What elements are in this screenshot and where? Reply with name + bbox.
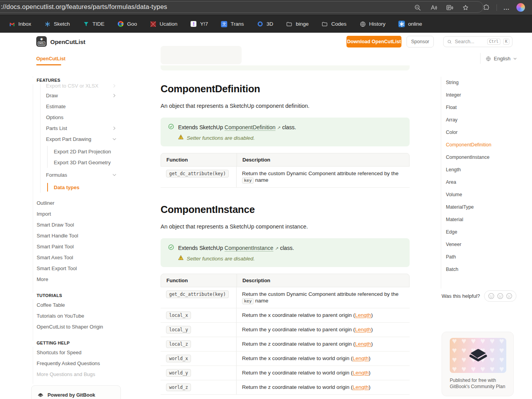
sidebar-item-more-questions-and-bugs[interactable]: More Questions and Bugs [31, 369, 121, 380]
language-divider [480, 53, 481, 64]
sidebar-item-label: Estimate [46, 104, 66, 109]
knot-blue-icon [44, 21, 51, 27]
toc-item-materialtype[interactable]: MaterialType [446, 205, 515, 210]
toc-item-integer[interactable]: Integer [446, 93, 515, 98]
sidebar-item-export-2d-part-projection[interactable]: Export 2D Part Projection [48, 146, 121, 157]
sidebar-item-tutorials-on-youtube[interactable]: Tutorials on YouTube [31, 310, 121, 321]
sidebar-section-title: TUTORIALS [31, 293, 121, 299]
length-type-link[interactable]: Length [353, 355, 369, 361]
bookmark-goo[interactable]: Goo [117, 21, 137, 27]
extensions-icon[interactable] [483, 4, 490, 11]
toc-item-float[interactable]: Float [446, 105, 515, 110]
more-menu-button[interactable]: ... [504, 4, 510, 11]
sidebar-item-import[interactable]: Import [31, 208, 121, 219]
toc-item-componentdefinition[interactable]: ComponentDefinition [446, 142, 515, 148]
neutral-face-icon[interactable] [497, 293, 504, 299]
sidebar-item-label: Shortcuts for Speed [37, 350, 81, 355]
copilot-icon[interactable] [516, 3, 525, 12]
bookmark-ucation[interactable]: Ucation [150, 21, 178, 27]
bookmark-binge[interactable]: binge [286, 21, 309, 27]
download-button[interactable]: Download OpenCutList [346, 36, 401, 47]
google-icon [117, 21, 124, 27]
site-title[interactable]: OpenCutList [50, 39, 85, 45]
length-type-link[interactable]: Length [355, 341, 371, 347]
toc-item-string[interactable]: String [446, 80, 515, 85]
page-toc: StringIntegerFloatArrayColorComponentDef… [441, 77, 515, 288]
sidebar-item-options[interactable]: Options [41, 112, 121, 123]
bookmark-history[interactable]: History [359, 21, 385, 27]
toc-item-material[interactable]: Material [446, 217, 515, 222]
length-type-link[interactable]: Length [355, 327, 371, 332]
sidebar-item-draw[interactable]: Draw [41, 90, 121, 101]
toc-item-length[interactable]: Length [446, 167, 515, 172]
zoom-out-icon[interactable] [414, 4, 421, 11]
sidebar-item-coffee-table[interactable]: Coffee Table [31, 299, 121, 310]
sidebar-item-data-types[interactable]: Data types [48, 182, 121, 193]
chevron-right-icon [113, 93, 116, 98]
happy-face-icon[interactable] [488, 293, 495, 299]
bookmark-y!7[interactable]: !Y!7 [190, 21, 208, 27]
language-selector[interactable]: English [486, 56, 517, 62]
bookmark-trans[interactable]: 文Trans [221, 21, 244, 27]
bookmark-online[interactable]: online [398, 21, 422, 27]
length-type-link[interactable]: Length [355, 312, 371, 318]
sidebar-nav: FEATURESExport to CSV or XLSXDrawEstimat… [31, 78, 121, 380]
toc-item-veneer[interactable]: Veneer [446, 242, 515, 247]
toc-item-batch[interactable]: Batch [446, 267, 515, 272]
toc-item-componentinstance[interactable]: ComponentInstance [446, 155, 515, 160]
inline-code: key [242, 178, 254, 184]
sidebar-item-estimate[interactable]: Estimate [41, 101, 121, 112]
warning-triangle-icon [178, 255, 184, 262]
inline-code: key [242, 298, 254, 304]
sidebar-item-export-3d-part-geometry[interactable]: Export 3D Part Geometry [48, 157, 121, 168]
read-aloud-icon[interactable] [430, 4, 437, 11]
sidebar-item-smart-paint-tool[interactable]: Smart Paint Tool [31, 241, 121, 252]
sponsor-button[interactable]: Sponsor [407, 36, 434, 47]
sidebar-item-export-part-drawing[interactable]: Export Part Drawing [41, 134, 121, 144]
bookmark-codes[interactable]: Codes [322, 21, 346, 27]
toc-item-color[interactable]: Color [446, 130, 515, 135]
tab-opencutlist[interactable]: OpenCutList [36, 56, 65, 62]
length-type-link[interactable]: Length [353, 384, 369, 390]
sidebar-item-smart-export-tool[interactable]: Smart Export Tool [31, 263, 121, 274]
description-text: ) [369, 370, 371, 376]
opencutlist-logo[interactable]: ✺ OCL [36, 36, 47, 47]
toc-item-path[interactable]: Path [446, 255, 515, 260]
heart-glyph: ♥ [450, 355, 459, 364]
search-input[interactable]: Search... Ctrl K [443, 36, 513, 47]
table-header-row: FunctionDescription [161, 153, 410, 167]
sidebar-item-opencutlist-to-shaper-origin[interactable]: OpenCutList to Shaper Origin [31, 321, 121, 332]
bookmark-sketch[interactable]: Sketch [44, 21, 70, 27]
length-type-link[interactable]: Length [353, 370, 369, 376]
sidebar-item-more[interactable]: More [31, 274, 121, 285]
sidebar-item-label: Smart Paint Tool [37, 244, 74, 250]
toc-item-area[interactable]: Area [446, 180, 515, 185]
bookmark-inbox[interactable]: Inbox [9, 21, 31, 27]
sketchup-class-link[interactable]: ComponentInstance [224, 245, 273, 251]
sidebar-item-outliner[interactable]: Outliner [31, 197, 121, 208]
sidebar-section-title: GETTING HELP [31, 341, 121, 347]
column-header-function: Function [161, 274, 237, 287]
toc-item-volume[interactable]: Volume [446, 192, 515, 197]
toc-item-edge[interactable]: Edge [446, 230, 515, 235]
bookmark-3d[interactable]: 3D [257, 21, 273, 27]
heart-glyph: ♥ [497, 364, 506, 373]
sidebar-item-formulas[interactable]: Formulas [41, 169, 121, 180]
url-text[interactable]: ://docs.opencutlist.org/features/parts/f… [1, 3, 167, 11]
powered-by-gitbook[interactable]: Powered by GitBook [31, 385, 121, 399]
sidebar-item-frequently-asked-questions[interactable]: Frequently Asked Questions [31, 358, 121, 369]
bookmark-tide[interactable]: TIDE [83, 21, 104, 27]
sad-face-icon[interactable] [506, 293, 513, 299]
function-code-chip: local_x [166, 311, 191, 319]
sidebar-item-shortcuts-for-speed[interactable]: Shortcuts for Speed [31, 347, 121, 358]
sidebar-item-smart-draw-tool[interactable]: Smart Draw Tool [31, 219, 121, 230]
sidebar-item-smart-axes-tool[interactable]: Smart Axes Tool [31, 252, 121, 263]
sidebar-item-label: Smart Axes Tool [37, 255, 73, 260]
favorite-star-icon[interactable] [462, 4, 469, 11]
immersive-reader-icon[interactable] [446, 4, 453, 11]
gitbook-plan-card[interactable]: ♥♥♥♥♥♥♥♥♥♥♥♥♥♥♥♥♥♥♥♥♥♥♥♥ Published for f… [442, 332, 514, 396]
sidebar-item-parts-list[interactable]: Parts List [41, 123, 121, 134]
sidebar-item-smart-handle-tool[interactable]: Smart Handle Tool [31, 230, 121, 241]
sketchup-class-link[interactable]: ComponentDefinition [224, 124, 276, 130]
toc-item-array[interactable]: Array [446, 118, 515, 123]
